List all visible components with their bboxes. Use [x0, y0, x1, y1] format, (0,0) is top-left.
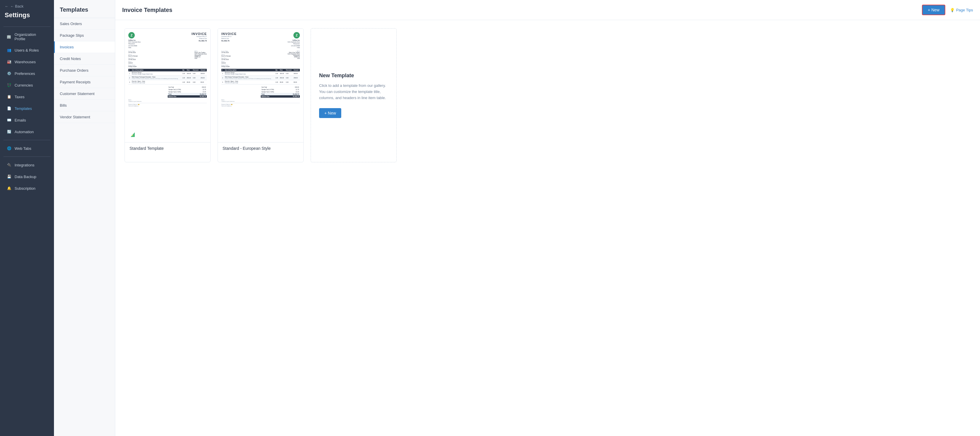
sidebar-item-web-tabs[interactable]: 🌐 Web Tabs [2, 143, 52, 154]
sidebar-item-label: Emails [14, 118, 26, 122]
middle-panel-title: Templates [54, 0, 115, 18]
tax-icon: 📋 [6, 94, 12, 99]
sidebar-item-data-backup[interactable]: 💾 Data Backup [2, 171, 52, 182]
main-header: Invoice Templates + New 💡 Page Tips [115, 0, 980, 20]
sidebar-item-label: Preferences [14, 71, 35, 76]
sidebar-item-label: Integrations [14, 163, 34, 167]
middle-nav-credit-notes[interactable]: Credit Notes [54, 53, 115, 65]
automation-icon: 🔄 [6, 129, 12, 134]
sidebar-item-preferences[interactable]: ⚙️ Preferences [2, 68, 52, 79]
sidebar-item-label: Data Backup [14, 174, 36, 179]
standard-template-card[interactable]: Z ZylBan Inc 4141 Hacienda DrivePleasant… [124, 28, 211, 162]
middle-nav-customer-statement[interactable]: Customer Statement [54, 88, 115, 100]
sidebar-item-currencies[interactable]: 💱 Currencies [2, 79, 52, 90]
standard-template-preview: Z ZylBan Inc 4141 Hacienda DrivePleasant… [125, 29, 210, 142]
sidebar-item-label: Currencies [14, 83, 33, 87]
new-template-title: New Template [319, 73, 354, 79]
lightbulb-icon: 💡 [950, 8, 955, 12]
users-icon: 👥 [6, 48, 12, 53]
sidebar-item-templates[interactable]: 📄 Templates [2, 103, 52, 114]
sidebar-item-taxes[interactable]: 📋 Taxes [2, 91, 52, 102]
sidebar-item-label: Automation [14, 130, 34, 134]
template-icon: 📄 [6, 106, 12, 111]
sidebar: ← ← Back Settings 🏢 Organization Profile… [0, 0, 54, 436]
middle-nav-sales-orders[interactable]: Sales Orders [54, 18, 115, 30]
new-template-card: New Template Click to add a template fro… [310, 28, 397, 162]
currency-icon: 💱 [6, 82, 12, 88]
header-actions: + New 💡 Page Tips [922, 5, 973, 15]
page-title: Invoice Templates [122, 7, 172, 13]
middle-nav-package-slips[interactable]: Package Slips [54, 30, 115, 41]
invoice-preview-standard: Z ZylBan Inc 4141 Hacienda DrivePleasant… [128, 32, 207, 139]
middle-nav-bills[interactable]: Bills [54, 100, 115, 111]
sidebar-item-label: Organization Profile [14, 32, 48, 41]
sidebar-item-label: Templates [14, 106, 32, 111]
european-template-card[interactable]: INVOICE Invoice# INV-17 Balance Due Rs.6… [218, 28, 304, 162]
new-template-description: Click to add a template from our gallery… [319, 83, 388, 101]
divider [3, 27, 51, 27]
new-template-button[interactable]: + New [319, 108, 341, 118]
middle-panel: Templates Sales Orders Package Slips Inv… [54, 0, 115, 436]
sidebar-item-emails[interactable]: ✉️ Emails [2, 114, 52, 125]
gear-icon: ⚙️ [6, 71, 12, 76]
middle-nav-payment-receipts[interactable]: Payment Receipts [54, 76, 115, 88]
integration-icon: 🔌 [6, 162, 12, 168]
sidebar-item-label: Taxes [14, 95, 24, 99]
web-icon: 🌐 [6, 146, 12, 151]
sidebar-item-label: Web Tabs [14, 146, 31, 151]
subscription-icon: 🔔 [6, 185, 12, 191]
main-body: Z ZylBan Inc 4141 Hacienda DrivePleasant… [115, 20, 980, 436]
back-arrow-icon: ← [5, 4, 8, 8]
sidebar-item-integrations[interactable]: 🔌 Integrations [2, 159, 52, 171]
main-content: Invoice Templates + New 💡 Page Tips Z Zy… [115, 0, 980, 436]
building-icon: 🏢 [6, 34, 12, 40]
divider [3, 140, 51, 140]
new-button[interactable]: + New [922, 5, 945, 15]
middle-nav-purchase-orders[interactable]: Purchase Orders [54, 65, 115, 76]
sidebar-item-subscription[interactable]: 🔔 Subscription [2, 183, 52, 194]
sidebar-item-label: Subscription [14, 186, 36, 190]
backup-icon: 💾 [6, 174, 12, 179]
invoice-preview-european: INVOICE Invoice# INV-17 Balance Due Rs.6… [221, 32, 300, 139]
sidebar-item-users-roles[interactable]: 👥 Users & Roles [2, 44, 52, 55]
company-logo: Z [128, 32, 135, 38]
settings-title: Settings [0, 10, 54, 24]
european-template-preview: INVOICE Invoice# INV-17 Balance Due Rs.6… [218, 29, 303, 142]
middle-nav-vendor-statement[interactable]: Vendor Statement [54, 111, 115, 123]
middle-nav-invoices[interactable]: Invoices [54, 41, 115, 53]
sidebar-item-automation[interactable]: 🔄 Automation [2, 126, 52, 137]
templates-grid: Z ZylBan Inc 4141 Hacienda DrivePleasant… [124, 28, 970, 162]
page-tips-button[interactable]: 💡 Page Tips [950, 8, 973, 12]
sidebar-item-label: Warehouses [14, 60, 36, 64]
email-icon: ✉️ [6, 117, 12, 123]
standard-template-label: Standard Template [125, 142, 210, 154]
sidebar-item-org-profile[interactable]: 🏢 Organization Profile [2, 29, 52, 44]
warehouse-icon: 🏭 [6, 59, 12, 64]
sidebar-item-warehouses[interactable]: 🏭 Warehouses [2, 56, 52, 67]
page-tips-label: Page Tips [956, 8, 973, 12]
back-button[interactable]: ← ← Back [0, 0, 54, 10]
sidebar-item-label: Users & Roles [14, 48, 39, 52]
european-template-label: Standard - European Style [218, 142, 303, 154]
